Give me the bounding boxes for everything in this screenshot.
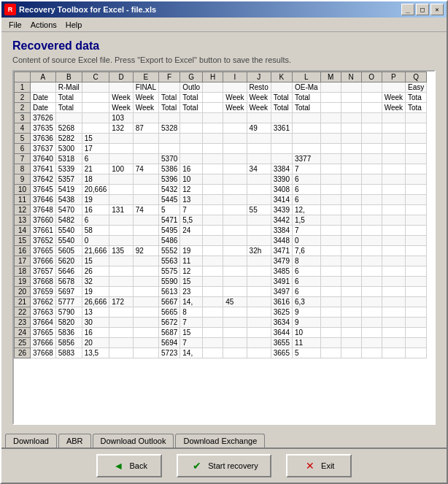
table-cell: [223, 307, 247, 318]
table-row: 1637665560521,6661359255521932h34717,6: [15, 246, 427, 256]
table-cell: [320, 266, 341, 277]
col-k: K: [271, 72, 292, 82]
table-cell: [292, 144, 320, 154]
table-cell: 5357: [55, 174, 82, 185]
table-cell: [133, 195, 158, 205]
table-cell: [247, 113, 271, 123]
sh1-g: Outlo: [180, 82, 203, 93]
table-cell: 5438: [55, 195, 82, 205]
table-cell: [382, 205, 405, 215]
table-cell: 5672: [159, 318, 180, 328]
table-cell: 5328: [159, 123, 180, 134]
table-cell: [109, 144, 133, 154]
table-cell: [406, 174, 427, 185]
table-cell: [55, 113, 82, 123]
table-cell: 17: [82, 144, 109, 154]
table-cell: 37665: [31, 328, 56, 338]
table-cell: 37642: [31, 174, 56, 185]
table-cell: [133, 307, 158, 318]
menu-help[interactable]: Help: [61, 19, 87, 31]
table-cell: [133, 328, 158, 338]
table-cell: 37666: [31, 338, 56, 348]
tab-download[interactable]: Download: [5, 434, 57, 447]
recovered-data-table: A B C D E F G H I J K L M: [14, 72, 427, 358]
menu-file[interactable]: File: [4, 19, 26, 31]
table-cell: [271, 134, 292, 144]
minimize-button[interactable]: _: [401, 4, 414, 15]
table-cell: Tota: [406, 103, 427, 113]
table-cell: [247, 256, 271, 266]
table-cell: 5646: [55, 266, 82, 277]
table-cell: [361, 277, 382, 287]
table-cell: 3485: [271, 266, 292, 277]
maximize-button[interactable]: □: [416, 4, 429, 15]
table-cell: 5883: [55, 348, 82, 358]
start-recovery-button[interactable]: ✔ Start recovery: [177, 454, 271, 477]
table-cell: 11: [292, 338, 320, 348]
table-cell: 15: [82, 134, 109, 144]
table-cell: [361, 287, 382, 297]
table-cell: [203, 164, 223, 174]
table-cell: 37657: [31, 266, 56, 277]
tab-download-outlook[interactable]: Download Outlook: [93, 434, 174, 447]
table-cell: [361, 328, 382, 338]
table-cell: [109, 348, 133, 358]
table-row: 1037645541920,66654321234086: [15, 185, 427, 195]
sh2-o: [361, 93, 382, 103]
table-cell: 0: [292, 236, 320, 246]
close-button[interactable]: ✕: [430, 4, 444, 15]
table-cell: [341, 266, 361, 277]
tab-download-exchange[interactable]: Download Exchange: [175, 434, 265, 447]
table-cell: [361, 297, 382, 307]
table-cell: [203, 266, 223, 277]
table-cell: [406, 328, 427, 338]
row-number: 2: [15, 103, 31, 113]
table-cell: [341, 215, 361, 226]
table-cell: [203, 328, 223, 338]
table-cell: 6: [292, 195, 320, 205]
table-cell: 12: [180, 266, 203, 277]
table-cell: [406, 338, 427, 348]
table-cell: 6: [292, 174, 320, 185]
back-button[interactable]: ◄ Back: [96, 454, 162, 477]
table-cell: 37660: [31, 215, 56, 226]
table-scroll-area[interactable]: A B C D E F G H I J K L M: [14, 72, 434, 423]
table-cell: [109, 318, 133, 328]
menu-actions[interactable]: Actions: [26, 19, 61, 31]
row-number: 5: [15, 134, 31, 144]
table-cell: Total: [159, 103, 180, 113]
row-number: 22: [15, 307, 31, 318]
table-cell: [203, 215, 223, 226]
table-cell: [223, 246, 247, 256]
table-cell: 19: [180, 246, 203, 256]
table-cell: 37648: [31, 205, 56, 215]
table-cell: [223, 236, 247, 246]
sh2-g: Total: [180, 93, 203, 103]
table-cell: 3361: [271, 123, 292, 134]
sh1-a: [31, 82, 56, 93]
table-cell: [341, 277, 361, 287]
row-number: 3: [15, 113, 31, 123]
table-cell: [320, 103, 341, 113]
tab-abr[interactable]: ABR: [58, 434, 91, 447]
table-cell: [382, 236, 405, 246]
table-cell: 5486: [159, 236, 180, 246]
table-cell: 21,666: [82, 246, 109, 256]
table-cell: 37645: [31, 185, 56, 195]
table-cell: 5396: [159, 174, 180, 185]
window-controls: _ □ ✕: [401, 4, 444, 15]
table-cell: [361, 144, 382, 154]
table-cell: 15: [82, 256, 109, 266]
sh1-m: [320, 82, 341, 93]
table-cell: 87: [133, 123, 158, 134]
sh1-l: OE-Ma: [292, 82, 320, 93]
table-cell: 15: [180, 277, 203, 287]
table-cell: [109, 134, 133, 144]
col-header-row: A B C D E F G H I J K L M: [15, 72, 427, 82]
col-m: M: [320, 72, 341, 82]
exit-button[interactable]: ✕ Exit: [286, 454, 352, 477]
table-cell: 5552: [159, 246, 180, 256]
table-cell: [203, 185, 223, 195]
table-cell: [271, 113, 292, 123]
col-b: B: [55, 72, 82, 82]
